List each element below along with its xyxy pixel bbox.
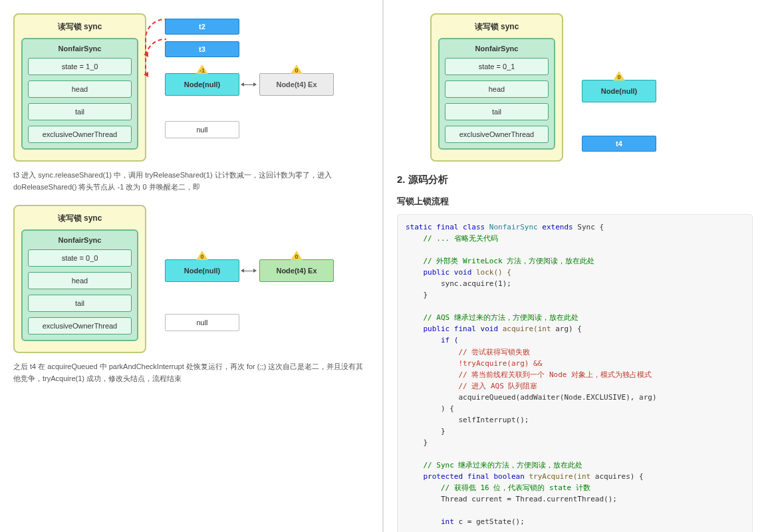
diagram-1: 读写锁 sync NonfairSync state = 1_0 head ta… (13, 13, 369, 162)
triangle-label: 0 (200, 253, 203, 260)
nonfair-title: NonfairSync (445, 45, 549, 53)
node-label: Node(t4) Ex (276, 267, 317, 275)
cell-state: state = 0_0 (28, 249, 132, 267)
double-arrow-icon (241, 271, 256, 271)
paragraph: 之后 t4 在 acquireQueued 中 parkAndCheckInte… (13, 361, 369, 384)
node-t4: 0 Node(t4) Ex (259, 259, 334, 282)
cell-exowner: exclusiveOwnerThread (445, 126, 549, 143)
double-arrow-icon (241, 84, 256, 85)
cell-exowner: exclusiveOwnerThread (28, 126, 132, 143)
sync-title: 读写锁 sync (21, 21, 138, 33)
cell-head: head (28, 272, 132, 289)
triangle-label: 0 (295, 253, 298, 260)
node-head: 0 Node(null) (165, 259, 239, 282)
cell-tail: tail (28, 103, 132, 120)
triangle-label: -1 (199, 67, 205, 74)
thread-box: t4 (582, 136, 656, 152)
triangle-label: 0 (295, 67, 298, 74)
cell-head: head (445, 80, 549, 98)
cell-tail: tail (445, 103, 549, 120)
cell-head: head (28, 80, 132, 98)
nonfair-title: NonfairSync (28, 45, 132, 53)
cell-tail: tail (28, 295, 132, 312)
null-box: null (165, 314, 239, 331)
arrowhead-icon (144, 72, 148, 77)
diagram-rcol: 0 Node(null) 0 Node(t4) Ex null (165, 205, 334, 331)
right-page: 读写锁 sync NonfairSync state = 0_1 head ta… (384, 0, 766, 532)
left-page: 读写锁 sync NonfairSync state = 1_0 head ta… (0, 0, 384, 532)
nonfair-title: NonfairSync (28, 236, 132, 244)
code-block: static final class NonfairSync extends S… (397, 214, 753, 532)
node-head: 0 Node(null) (582, 80, 656, 102)
node-label: Node(t4) Ex (276, 80, 317, 88)
sync-title: 读写锁 sync (438, 21, 555, 33)
node-label: Node(null) (601, 87, 637, 95)
null-box: null (165, 121, 239, 138)
diagram-rcol: t2 t3 -1 Node(null) 0 Node(t4) Ex n (165, 13, 334, 138)
sync-box: 读写锁 sync NonfairSync state = 0_1 head ta… (430, 13, 563, 162)
cell-exowner: exclusiveOwnerThread (28, 317, 132, 334)
heading-2: 2. 源码分析 (397, 174, 753, 186)
triangle-label: 0 (617, 74, 620, 80)
heading-3: 写锁上锁流程 (397, 196, 753, 207)
sync-box: 读写锁 sync NonfairSync state = 0_0 head ta… (13, 205, 146, 353)
diagram-rcol: 0 Node(null) t4 (582, 13, 656, 152)
nonfair-box: NonfairSync state = 0_1 head tail exclus… (438, 38, 555, 150)
sync-box: 读写锁 sync NonfairSync state = 1_0 head ta… (13, 13, 146, 162)
sync-title: 读写锁 sync (21, 213, 138, 224)
diagram-3: 读写锁 sync NonfairSync state = 0_1 head ta… (430, 13, 753, 162)
node-label: Node(null) (184, 80, 220, 88)
nonfair-box: NonfairSync state = 1_0 head tail exclus… (21, 38, 138, 150)
thread-box: t2 (165, 19, 239, 35)
node-head: -1 Node(null) (165, 73, 239, 96)
node-label: Node(null) (184, 267, 220, 275)
paragraph: t3 进入 sync.releaseShared(1) 中，调用 tryRele… (13, 170, 369, 193)
cell-state: state = 1_0 (28, 58, 132, 75)
cell-state: state = 0_1 (445, 58, 549, 75)
nonfair-box: NonfairSync state = 0_0 head tail exclus… (21, 229, 138, 341)
thread-box: t3 (165, 41, 239, 57)
diagram-2: 读写锁 sync NonfairSync state = 0_0 head ta… (13, 205, 369, 353)
node-t4: 0 Node(t4) Ex (259, 73, 334, 96)
